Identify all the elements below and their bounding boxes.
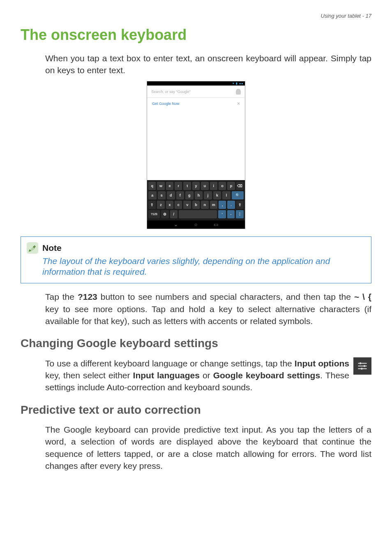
key-j: j — [204, 191, 212, 199]
key-symbols: ?123 — [148, 210, 160, 218]
nav-back-icon: ⌄ — [174, 221, 178, 228]
key-backspace: ⌫ — [236, 182, 244, 190]
key-k: k — [213, 191, 221, 199]
section-title: The onscreen keyboard — [21, 25, 371, 45]
para3-text-d: or — [200, 371, 213, 380]
key-e: e — [166, 182, 173, 190]
key-l: l — [222, 191, 231, 199]
key-y: y — [192, 182, 200, 190]
key-shift-right: ⇧ — [236, 201, 244, 209]
get-google-now-row: Get Google Now × — [147, 98, 245, 109]
key-c: c — [175, 201, 182, 209]
note-icon — [27, 242, 38, 254]
keyboard-row-4: ?123 ⚙ / ' - ⋮ — [148, 210, 244, 218]
key-space — [179, 210, 217, 218]
key-menu: ⋮ — [236, 210, 244, 218]
key-d: d — [167, 191, 175, 199]
para3-text-c: key, then select either — [45, 371, 133, 380]
heading-predictive-text: Predictive text or auto correction — [21, 402, 371, 418]
search-row: Search, or say "Google" — [147, 86, 245, 98]
key-period: . — [227, 201, 235, 209]
keyboard-row-3: ⇧ z x c v b n m , . ⇧ — [148, 201, 244, 209]
key-b: b — [192, 201, 200, 209]
svg-rect-5 — [361, 368, 362, 369]
nav-recent-icon: ▭ — [214, 221, 218, 228]
search-placeholder-text: Search, or say "Google" — [151, 89, 191, 95]
para2-text-a: Tap the — [45, 292, 78, 301]
nav-home-icon: ○ — [194, 221, 197, 228]
para2-text-c: key to see more options. Tap and hold a … — [45, 304, 371, 326]
key-o: o — [219, 182, 226, 190]
key-u: u — [201, 182, 208, 190]
paragraph-predictive-text: The Google keyboard can provide predicti… — [45, 424, 371, 472]
screenshot-figure: ▾ ▮ ∎∎ Search, or say "Google" Get Googl… — [21, 81, 371, 229]
key-w: w — [157, 182, 164, 190]
key-h: h — [195, 191, 203, 199]
mic-icon — [236, 89, 241, 95]
key-v: v — [183, 201, 191, 209]
key-p: p — [227, 182, 235, 190]
keyboard-row-1: q w e r t y u i o p ⌫ — [148, 182, 244, 190]
key-s: s — [158, 191, 166, 199]
key-comma: , — [219, 201, 226, 209]
para3-bold-input-languages: Input languages — [133, 371, 200, 380]
para3-bold-google-keyboard-settings: Google keyboard settings — [213, 371, 320, 380]
paragraph-symbols: Tap the ?123 button to see numbers and s… — [45, 291, 371, 327]
close-icon: × — [237, 100, 240, 107]
status-icons: ▾ ▮ ∎∎ — [233, 81, 243, 86]
key-search: 🔍 — [232, 191, 244, 199]
key-i: i — [210, 182, 217, 190]
screenshot-body — [147, 109, 245, 180]
svg-rect-3 — [360, 362, 361, 364]
para3-text-a: To use a different keyboard language or … — [45, 359, 295, 368]
intro-paragraph: When you tap a text box to enter text, a… — [45, 52, 371, 76]
key-n: n — [201, 201, 208, 209]
key-slash: / — [170, 210, 178, 218]
key-f: f — [176, 191, 184, 199]
svg-rect-4 — [364, 365, 365, 366]
page-header-breadcrumb: Using your tablet - 17 — [21, 12, 371, 20]
key-t: t — [183, 182, 191, 190]
para3-bold-input-options: Input options — [295, 359, 349, 368]
key-x: x — [166, 201, 173, 209]
key-apostrophe: ' — [218, 210, 226, 218]
key-q: q — [148, 182, 156, 190]
key-input-options: ⚙ — [161, 210, 169, 218]
paragraph-changing-settings: To use a different keyboard language or … — [45, 357, 371, 394]
note-body: The layout of the keyboard varies slight… — [42, 256, 365, 278]
nav-bar: ⌄ ○ ▭ — [147, 220, 245, 229]
para2-key-label: ~ \ { — [354, 292, 371, 301]
onscreen-keyboard: q w e r t y u i o p ⌫ a s d f g h j k — [147, 180, 245, 220]
key-r: r — [175, 182, 182, 190]
note-title: Note — [42, 242, 62, 254]
para2-button-label: ?123 — [78, 292, 97, 301]
keyboard-row-2: a s d f g h j k l 🔍 — [148, 191, 244, 199]
key-shift-left: ⇧ — [148, 201, 156, 209]
status-bar: ▾ ▮ ∎∎ — [147, 81, 245, 86]
note-callout: Note The layout of the keyboard varies s… — [21, 236, 371, 283]
input-options-icon — [353, 357, 371, 375]
key-m: m — [210, 201, 217, 209]
key-g: g — [185, 191, 194, 199]
key-z: z — [157, 201, 164, 209]
para2-text-b: button to see numbers and special charac… — [97, 292, 354, 301]
key-a: a — [148, 191, 157, 199]
get-google-now-label: Get Google Now — [152, 101, 180, 107]
key-dash: - — [227, 210, 235, 218]
heading-changing-settings: Changing Google keyboard settings — [21, 335, 371, 351]
device-screenshot: ▾ ▮ ∎∎ Search, or say "Google" Get Googl… — [147, 81, 245, 229]
